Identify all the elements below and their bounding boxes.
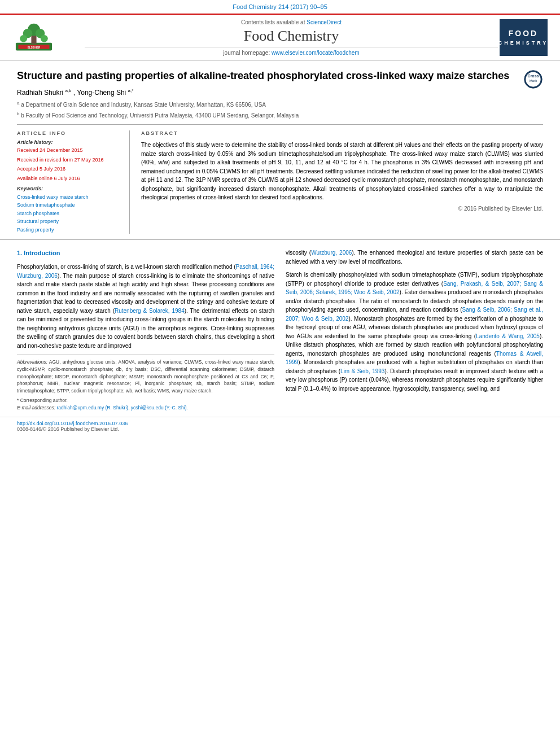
doi-link[interactable]: http://dx.doi.org/10.1016/j.foodchem.201… <box>17 421 128 426</box>
keyword-4: Structural property <box>17 217 121 225</box>
footer: http://dx.doi.org/10.1016/j.foodchem.201… <box>0 417 560 435</box>
body-columns: 1. Introduction Phosphorylation, or cros… <box>17 248 543 411</box>
abbrev-label: Abbreviations: <box>17 359 47 365</box>
article-history-label: Article history: <box>17 139 121 145</box>
section1-title: 1. Introduction <box>17 248 274 258</box>
ref-paschall[interactable]: Paschall, 1964; Wurzburg, 2006 <box>17 264 274 279</box>
journal-ref: Food Chemistry 214 (2017) 90–95 <box>233 3 327 10</box>
abbreviations: Abbreviations: AGU, anhydrous glucose un… <box>17 359 274 395</box>
article-title: Structure and pasting properties of alka… <box>17 69 543 82</box>
abstract-title: ABSTRACT <box>141 130 543 136</box>
svg-point-6 <box>41 35 48 42</box>
aff-b-text: b Faculty of Food Science and Technology… <box>21 112 299 119</box>
affiliation-a: a a Department of Grain Science and Indu… <box>17 100 543 109</box>
info-abstract-cols: ARTICLE INFO Article history: Received 2… <box>17 124 543 234</box>
svg-text:ELSEVIER: ELSEVIER <box>28 46 41 49</box>
available-date: Available online 6 July 2016 <box>17 175 121 183</box>
corresponding-author: * Corresponding author. <box>17 397 274 404</box>
email-line: E-mail addresses: radhiah@upm.edu.my (R.… <box>17 404 274 412</box>
article-info-title: ARTICLE INFO <box>17 130 121 136</box>
svg-text:Mark: Mark <box>530 78 538 82</box>
keyword-1: Cross-linked waxy maize starch <box>17 193 121 201</box>
crossmark[interactable]: Cross Mark <box>523 69 543 90</box>
journal-header: ELSEVIER Contents lists available at Sci… <box>0 15 560 61</box>
body-col-left: 1. Introduction Phosphorylation, or cros… <box>17 248 274 411</box>
elsevier-tree-icon: ELSEVIER <box>11 22 56 53</box>
ref-landerito[interactable]: Landerito & Wang, 2005 <box>476 333 540 339</box>
aff-a-text: a Department of Grain Science and Indust… <box>21 102 266 108</box>
keyword-3: Starch phosphates <box>17 209 121 217</box>
authors: Radhiah Shukri a,b , Yong-Cheng Shi a,* <box>17 88 543 97</box>
sciencedirect-label: Contents lists available at <box>241 19 305 25</box>
email-label: E-mail addresses: <box>17 405 55 410</box>
intro-para-1: Phosphorylation, or cross-linking of sta… <box>17 263 274 350</box>
affiliation-b: b b Faculty of Food Science and Technolo… <box>17 111 543 120</box>
ref-wurzburg[interactable]: Wurzburg, 2006 <box>311 250 352 256</box>
email-link[interactable]: radhiah@upm.edu.my (R. Shukri), ycshi@ks… <box>56 405 188 410</box>
crossmark-icon: Cross Mark <box>523 69 543 89</box>
top-bar: Food Chemistry 214 (2017) 90–95 <box>0 0 560 15</box>
logo-box: FOOD CHEMISTRY <box>500 19 548 56</box>
issn-text: 0308-8146/© 2016 Published by Elsevier L… <box>17 426 119 432</box>
article-info: ARTICLE INFO Article history: Received 2… <box>17 130 130 234</box>
ref-sang2007[interactable]: Sang, Prakash, & Seib, 2007; Sang & Seib… <box>286 281 543 296</box>
ref-rutenberg[interactable]: Rutenberg & Solarek, 1984 <box>115 308 185 314</box>
author-separator: , Yong-Cheng Shi <box>73 89 128 97</box>
intro-para-col2-1: viscosity (Wurzburg, 2006). The enhanced… <box>286 248 543 266</box>
main-body: 1. Introduction Phosphorylation, or cros… <box>0 240 560 417</box>
svg-text:Cross: Cross <box>528 74 539 78</box>
keyword-2: Sodium trimetaphosphate <box>17 201 121 209</box>
homepage-link[interactable]: www.elsevier.com/locate/foodchem <box>272 50 360 56</box>
ref-thomas[interactable]: Thomas & Atwell, 1999 <box>286 351 543 366</box>
footnotes: Abbreviations: AGU, anhydrous glucose un… <box>17 355 274 411</box>
abbrev-text: AGU, anhydrous glucose units; ANOVA, ana… <box>17 359 274 394</box>
received-date: Received 24 December 2015 <box>17 147 121 155</box>
affiliations: a a Department of Grain Science and Indu… <box>17 100 543 120</box>
food-chem-logo: FOOD CHEMISTRY <box>498 19 549 56</box>
body-col-right: viscosity (Wurzburg, 2006). The enhanced… <box>286 248 543 411</box>
elsevier-logo: ELSEVIER <box>11 22 85 53</box>
abstract-col: ABSTRACT The objectives of this study we… <box>130 130 543 234</box>
ref-lim[interactable]: Lim & Seib, 1993 <box>340 368 384 374</box>
keyword-5: Pasting property <box>17 226 121 234</box>
intro-para-col2-2: Starch is chemically phosphorylated with… <box>286 270 543 393</box>
keywords-block: Keywords: Cross-linked waxy maize starch… <box>17 186 121 234</box>
sciencedirect-line: Contents lists available at ScienceDirec… <box>85 19 498 25</box>
accepted-date: Accepted 5 July 2016 <box>17 165 121 173</box>
abstract-text: The objectives of this study were to det… <box>141 141 543 202</box>
header-center: Contents lists available at ScienceDirec… <box>85 19 498 56</box>
page-wrapper: Food Chemistry 214 (2017) 90–95 ELSEVIER <box>0 0 560 435</box>
revised-date: Received in revised form 27 May 2016 <box>17 156 121 164</box>
article-content: Cross Mark Structure and pasting propert… <box>0 61 560 240</box>
journal-title-header: Food Chemistry <box>85 28 498 45</box>
logo-food: FOOD <box>509 28 538 40</box>
copyright: © 2016 Published by Elsevier Ltd. <box>141 206 543 212</box>
keywords-label: Keywords: <box>17 186 121 191</box>
sciencedirect-link[interactable]: ScienceDirect <box>307 19 342 25</box>
homepage-label: journal homepage: <box>223 50 272 56</box>
homepage-line: journal homepage: www.elsevier.com/locat… <box>85 47 498 56</box>
author-shukri: Radhiah Shukri <box>17 89 65 97</box>
ref-sang2006[interactable]: Sang & Seib, 2006; Sang et al., 2007; Wo… <box>286 307 543 322</box>
logo-chemistry: CHEMISTRY <box>498 40 549 47</box>
corresponding-label: * Corresponding author. <box>17 397 68 403</box>
svg-point-5 <box>20 35 27 42</box>
